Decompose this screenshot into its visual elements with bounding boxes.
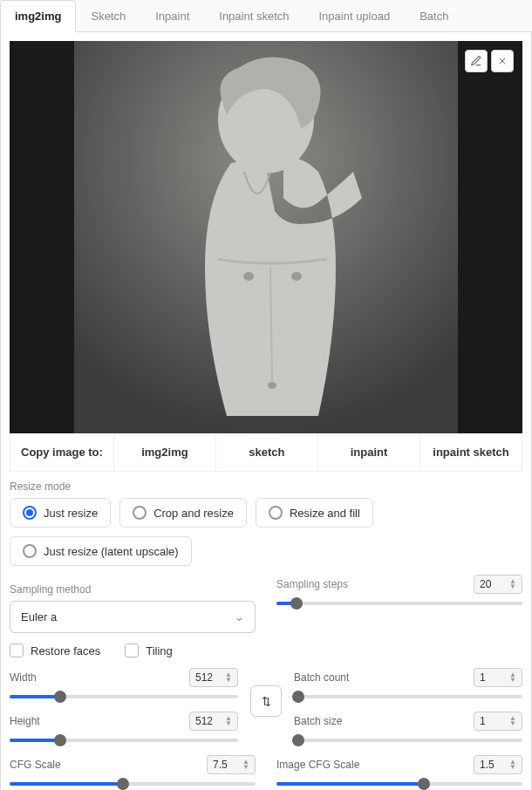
tab-sketch[interactable]: Sketch (76, 0, 140, 31)
copy-to-inpaint[interactable]: inpaint (317, 433, 419, 471)
radio-icon (269, 506, 283, 520)
restore-faces-checkbox[interactable]: Restore faces (10, 644, 100, 657)
cfg-slider[interactable] (10, 778, 256, 790)
radio-icon (23, 544, 37, 558)
batch-count-slider[interactable] (294, 691, 522, 703)
batch-size-input[interactable]: 1▲▼ (474, 712, 522, 731)
chevron-down-icon: ⌄ (235, 610, 244, 623)
main-panel: Copy image to: img2img sketch inpaint in… (0, 32, 532, 790)
checkbox-icon (125, 644, 139, 657)
resize-mode-label: Resize mode (10, 480, 522, 493)
width-slider[interactable] (10, 691, 238, 703)
height-input[interactable]: 512▲▼ (189, 712, 238, 731)
tab-img2img[interactable]: img2img (0, 0, 76, 32)
resize-just-resize[interactable]: Just resize (10, 498, 111, 528)
checkbox-icon (10, 644, 24, 657)
copy-to-img2img[interactable]: img2img (113, 433, 215, 471)
spinner-icon: ▲▼ (509, 759, 516, 770)
spinner-icon: ▲▼ (225, 672, 232, 683)
batch-size-label: Batch size (294, 715, 342, 727)
width-input[interactable]: 512▲▼ (189, 668, 238, 687)
cfg-label: CFG Scale (10, 759, 61, 771)
height-slider[interactable] (10, 734, 238, 746)
width-label: Width (10, 671, 37, 684)
batch-count-label: Batch count (294, 671, 349, 684)
sampling-steps-label: Sampling steps (276, 578, 348, 590)
resize-crop[interactable]: Crop and resize (119, 498, 247, 528)
sampling-steps-slider[interactable] (276, 597, 522, 610)
tab-inpaint[interactable]: Inpaint (140, 0, 204, 31)
resize-latent[interactable]: Just resize (latent upscale) (10, 536, 192, 566)
radio-icon (133, 506, 147, 520)
source-image[interactable] (10, 41, 522, 433)
spinner-icon: ▲▼ (225, 716, 232, 726)
tab-bar: img2img Sketch Inpaint Inpaint sketch In… (0, 0, 532, 32)
spinner-icon: ▲▼ (509, 579, 516, 589)
svg-point-4 (291, 272, 302, 281)
image-cfg-slider[interactable] (276, 778, 522, 790)
spinner-icon: ▲▼ (509, 716, 516, 726)
copy-to-sketch[interactable]: sketch (215, 433, 317, 471)
batch-size-slider[interactable] (294, 734, 522, 746)
tab-inpaint-sketch[interactable]: Inpaint sketch (204, 0, 304, 31)
resize-mode-group: Just resize Crop and resize Resize and f… (10, 498, 522, 566)
close-icon[interactable] (491, 50, 514, 72)
tab-batch[interactable]: Batch (405, 0, 463, 31)
copy-image-row: Copy image to: img2img sketch inpaint in… (10, 433, 522, 472)
cfg-input[interactable]: 7.5▲▼ (207, 755, 256, 774)
copy-to-inpaint-sketch[interactable]: inpaint sketch (419, 433, 522, 471)
edit-icon[interactable] (465, 50, 488, 72)
spinner-icon: ▲▼ (509, 672, 516, 683)
svg-point-3 (243, 272, 254, 281)
svg-point-5 (268, 382, 276, 389)
image-cfg-input[interactable]: 1.5▲▼ (474, 755, 522, 774)
batch-count-input[interactable]: 1▲▼ (474, 668, 522, 687)
sampling-method-select[interactable]: Euler a ⌄ (10, 601, 256, 633)
image-cfg-label: Image CFG Scale (276, 759, 359, 771)
height-label: Height (10, 715, 40, 727)
spinner-icon: ▲▼ (242, 759, 249, 770)
radio-icon (23, 506, 37, 520)
swap-dimensions-button[interactable]: ⇅ (250, 685, 282, 717)
sampling-method-label: Sampling method (10, 583, 256, 596)
sampling-steps-input[interactable]: 20▲▼ (474, 575, 522, 594)
tab-inpaint-upload[interactable]: Inpaint upload (304, 0, 405, 31)
resize-fill[interactable]: Resize and fill (256, 498, 373, 528)
copy-label: Copy image to: (10, 433, 113, 471)
tiling-checkbox[interactable]: Tiling (125, 644, 173, 657)
